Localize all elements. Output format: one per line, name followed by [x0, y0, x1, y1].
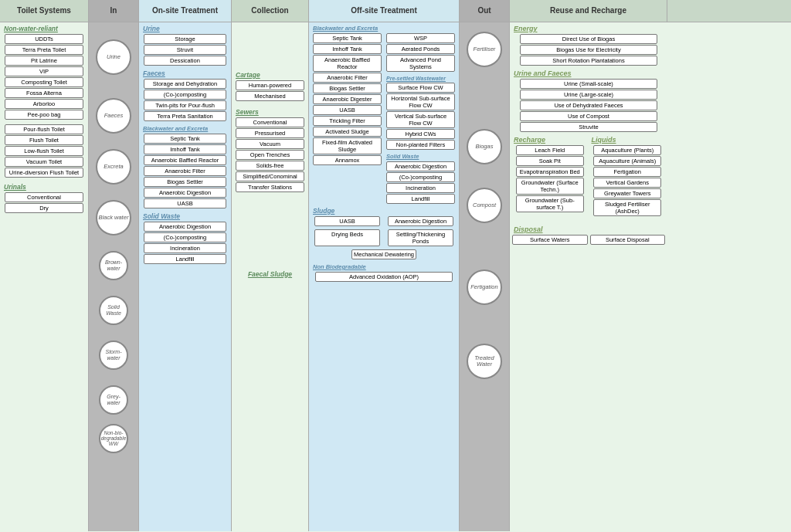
toilet-lowflush: Low-flush Toilet	[5, 146, 84, 156]
offsite-hybrid-cws: Hybrid CWs	[386, 129, 454, 139]
collection-faecal-label: Faecal Sludge	[234, 269, 306, 279]
header-reuse: Reuse and Recharge	[510, 0, 667, 22]
toilet-uddts: UDDTs	[5, 34, 84, 44]
toilet-dry: Dry	[5, 203, 84, 213]
onsite-sw-incineration: Incineration	[144, 243, 226, 253]
circle-nonbiodeg: Non-bio-degradable WW	[99, 424, 128, 453]
circle-compost: Compost	[467, 188, 502, 223]
collection-pressurised: Pressurised	[236, 128, 304, 138]
header-out: Out	[460, 0, 510, 22]
offsite-presettled-label: Pre-settled Wastewater	[385, 75, 457, 82]
offsite-uasb: UASB	[313, 105, 381, 115]
reuse-liquids-label: Liquids	[590, 135, 666, 144]
offsite-advanced-oxidation: Advanced Oxidation (AOP)	[315, 272, 453, 282]
circle-faeces: Faeces	[96, 98, 131, 134]
main-content: Non-water-reliant UDDTs Terra Preta Toil…	[0, 22, 791, 532]
circle-urine: Urine	[96, 39, 131, 75]
offsite-col: Blackwater and Excreta Septic Tank Imhof…	[309, 22, 460, 531]
reuse-use-compost: Use of Compost	[520, 111, 657, 121]
reuse-urine-small: Urine (Small-scale)	[520, 79, 657, 89]
reuse-greywater-towers: Greywater Towers	[593, 188, 661, 198]
reuse-aquaculture-animals: Aquaculture (Animals)	[593, 156, 661, 166]
toilet-composting: Composting Toilet	[5, 77, 84, 87]
onsite-sw-anaerobic: Anaerobic Digestion	[144, 222, 226, 232]
reuse-sludged-fert: Sludged Fertiliser (AshDec)	[593, 199, 661, 216]
reuse-dehyd-faeces: Use of Dehydrated Faeces	[520, 100, 657, 110]
offsite-sludge-label: Sludge	[311, 206, 457, 215]
toilet-urinediversion: Urine-diversion Flush Toilet	[5, 168, 84, 178]
onsite-col: Urine Storage Struvit Dessication Faeces…	[139, 22, 232, 531]
toilet-vacuum: Vacuum Toilet	[5, 157, 84, 167]
collection-human: Human-powered	[236, 80, 304, 90]
onsite-solidwaste-label: Solid Waste	[141, 212, 229, 221]
toilet-peepoo: Pee-poo bag	[5, 110, 84, 120]
offsite-sludge-uasb: UASB	[314, 216, 380, 226]
non-water-label: Non-water-reliant	[2, 24, 86, 33]
reuse-vertical-gardens: Vertical Gardens	[593, 178, 661, 188]
offsite-blackwater-label: Blackwater and Excreta	[311, 24, 457, 32]
collection-open-trenches: Open Trenches	[236, 150, 304, 160]
offsite-abr: Anaerobic Baffled Reactor	[313, 55, 381, 72]
reuse-short-rotation: Short Rotation Plantatations	[520, 56, 657, 66]
offsite-anaerobic-dig: Anaerobic Digester	[313, 94, 381, 104]
circle-fertiliser: Fertiliser	[467, 32, 502, 67]
toilet-flush: Flush Toilet	[5, 135, 84, 145]
onsite-sw-landfill: Landfill	[144, 254, 226, 264]
reuse-surface-disposal: Surface Disposal	[590, 235, 666, 245]
onsite-twin-pits: Twin-pits for Pour-flush	[144, 100, 226, 110]
urinals-label: Urinals	[2, 182, 86, 191]
toilet-pit-latrine: Pit Latrine	[5, 56, 84, 66]
offsite-imhoff: Imhoff Tank	[313, 44, 381, 54]
circle-excreta: Excreta	[96, 149, 131, 185]
reuse-struvite: Struvite	[520, 122, 657, 132]
offsite-vert-subsurface: Vertical Sub-surface Flow CW	[386, 111, 454, 128]
offsite-wsp: WSP	[386, 33, 454, 43]
reuse-fertigation: Fertigation	[593, 167, 661, 177]
onsite-storage-dehyd: Storage and Dehydration	[144, 79, 226, 89]
toilet-col: Non-water-reliant UDDTs Terra Preta Toil…	[0, 22, 89, 531]
offsite-non-planted: Non-planted Filters	[386, 140, 454, 150]
reuse-aquaculture-plants: Aquaculture (Plants)	[593, 145, 661, 155]
onsite-anaerobic-dig: Anaerobic Digestion	[144, 188, 226, 198]
toilet-pourflush: Pour-flush Toilet	[5, 124, 84, 134]
circle-brownwater: Brown-water	[99, 251, 128, 280]
offsite-surface-flow: Surface Flow CW	[386, 83, 454, 93]
onsite-blackwater-label: Blackwater and Excreta	[141, 124, 229, 133]
offsite-sw-incineration: Incineration	[386, 183, 454, 193]
reuse-soak-pit: Soak Pit	[516, 156, 584, 166]
collection-mechanised: Mechanised	[236, 91, 304, 101]
offsite-anaerobic-filter: Anaerobic Filter	[313, 73, 381, 83]
onsite-sw-composting: (Co-)composting	[144, 232, 226, 242]
header-collection: Collection	[232, 0, 309, 22]
reuse-direct-biogas: Direct Use of Biogas	[520, 34, 657, 44]
reuse-col: Energy Direct Use of Biogas Biogas Use f…	[510, 22, 667, 531]
reuse-groundwater-sub: Groundwater (Sub-surface T.)	[516, 195, 584, 212]
onsite-storage: Storage	[144, 34, 226, 44]
header-in: In	[89, 0, 139, 22]
offsite-sludge-anaerobic: Anaerobic Digestion	[388, 216, 453, 226]
circle-solidwaste: Solid Waste	[99, 296, 128, 325]
offsite-nonbiodeg-label: Non Biodegradable	[311, 263, 457, 271]
offsite-solidwaste-label: Solid Waste	[385, 152, 457, 161]
toilet-conventional: Conventional	[5, 192, 84, 202]
offsite-septic: Septic Tank	[313, 33, 381, 43]
offsite-sw-landfill: Landfill	[386, 194, 454, 204]
collection-sewers-label: Sewers	[234, 107, 306, 117]
onsite-urine-label: Urine	[141, 24, 229, 33]
offsite-sw-composting: (Co-)composting	[386, 172, 454, 182]
reuse-groundwater-surface: Groundwater (Surface Techn.)	[516, 178, 584, 195]
circle-treated-water: Treated Water	[467, 344, 502, 379]
header-toilet: Toilet Systems	[0, 0, 89, 22]
reuse-biogas-electricity: Biogas Use for Electricity	[520, 45, 657, 55]
circle-biogas: Biogas	[467, 129, 502, 164]
reuse-urine-large: Urine (Large-scale)	[520, 90, 657, 100]
reuse-surface-waters: Surface Waters	[512, 235, 588, 245]
circle-stormwater: Storm-water	[99, 341, 128, 370]
offsite-mechanical-dew: Mechanical Dewatering	[351, 249, 417, 259]
header-onsite: On-site Treatment	[139, 0, 232, 22]
onsite-septic: Septic Tank	[144, 134, 226, 144]
onsite-faeces-label: Faeces	[141, 69, 229, 78]
circle-greywater: Grey-water	[99, 385, 128, 415]
collection-conventional: Conventional	[236, 117, 304, 127]
reuse-disposal-label: Disposal	[512, 225, 665, 234]
